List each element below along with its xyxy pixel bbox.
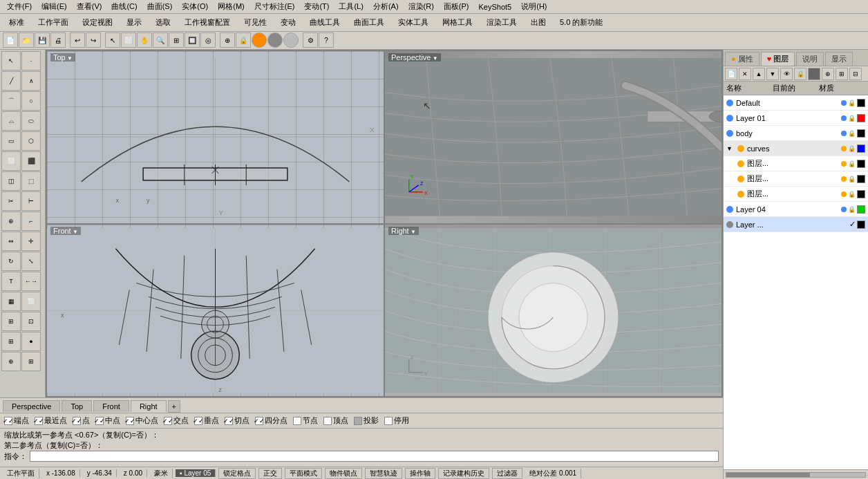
tb-display[interactable]: 显示 — [120, 16, 148, 29]
rp-delete-layer-btn[interactable]: ✕ — [739, 68, 751, 80]
layer-row-curves[interactable]: ▼ curves 🔒 — [724, 141, 868, 156]
loft-tool[interactable]: ◫ — [1, 171, 21, 191]
snap-point[interactable]: ✓ 点 — [73, 415, 90, 426]
layer-row-sublayer1[interactable]: 图层... 🔒 — [724, 156, 868, 171]
record-tool[interactable]: ● — [21, 332, 41, 351]
layer-row-04[interactable]: Layer 04 🔒 — [724, 202, 868, 217]
ellipse-tool[interactable]: ⬭ — [21, 111, 41, 131]
arrow-tool[interactable]: ↖ — [1, 51, 21, 71]
print-icon[interactable]: 🖨 — [50, 32, 66, 48]
command-input[interactable] — [30, 451, 719, 462]
grid-snap-tool[interactable]: ⊕ — [1, 352, 21, 371]
snap-intersect-checkbox[interactable]: ✓ — [164, 417, 172, 425]
layer-color-sub3[interactable] — [857, 190, 865, 198]
rp-new-layer-btn[interactable]: 📄 — [725, 68, 737, 80]
tb-mesh-tools[interactable]: 网格工具 — [436, 16, 479, 29]
rp-tab-layers[interactable]: ♥ 图层 — [761, 52, 795, 66]
mirror-tool[interactable]: ⇔ — [1, 232, 21, 251]
layer-row-sublayer3[interactable]: 图层... 🔒 — [724, 187, 868, 202]
text-tool[interactable]: T — [1, 272, 21, 291]
save-icon[interactable]: 💾 — [35, 32, 50, 48]
layer-row-sublayer2[interactable]: 图层... 🔒 — [724, 171, 868, 187]
viewport-right[interactable]: Y Z Right — [384, 224, 722, 397]
sb-planar[interactable]: 平面模式 — [285, 468, 322, 479]
snap-project[interactable]: 投影 — [354, 415, 379, 426]
snap-knot-checkbox[interactable] — [293, 417, 301, 425]
vp-tab-right[interactable]: Right — [131, 400, 167, 412]
select-icon[interactable]: ↖ — [105, 32, 120, 48]
rp-color-btn[interactable] — [808, 68, 820, 80]
menu-help[interactable]: 说明(H) — [517, 1, 551, 12]
menu-tools[interactable]: 工具(L) — [334, 1, 367, 12]
vp-perspective-label[interactable]: Perspective — [388, 53, 441, 62]
snap-vertex-checkbox[interactable] — [323, 417, 332, 425]
zoom-window-icon[interactable]: 🔲 — [185, 32, 200, 48]
tb-setview[interactable]: 设定视图 — [76, 16, 119, 29]
dim-tool[interactable]: ←→ — [21, 272, 41, 291]
settings-icon[interactable]: ⚙ — [303, 32, 318, 48]
menu-analysis[interactable]: 分析(A) — [369, 1, 403, 12]
point-tool[interactable]: · — [21, 51, 41, 71]
snap-nearest[interactable]: ✓ 最近点 — [35, 415, 67, 426]
open-icon[interactable]: 📁 — [19, 32, 34, 48]
rp-tab-display[interactable]: 显示 — [825, 52, 853, 66]
split-tool[interactable]: ⊢ — [21, 191, 41, 211]
tb-new-features[interactable]: 5.0 的新功能 — [554, 16, 609, 29]
vp-tab-front[interactable]: Front — [93, 400, 129, 412]
menu-view[interactable]: 查看(V) — [73, 1, 106, 12]
viewport-top[interactable]: X Y — [46, 50, 384, 224]
snap-quad-checkbox[interactable]: ✓ — [255, 417, 263, 425]
viewport-perspective[interactable]: ↖ X Y Z — [384, 50, 722, 224]
rp-tab-properties[interactable]: ● 属性 — [725, 52, 760, 66]
zoom-icon[interactable]: 🔍 — [153, 32, 168, 48]
snap-knot[interactable]: 节点 — [293, 415, 318, 426]
layer-row-default[interactable]: Default 🔒 — [724, 95, 868, 111]
gumball-tool[interactable]: ⊞ — [1, 332, 21, 351]
vp-tab-add-button[interactable]: + — [168, 400, 180, 413]
layer-expand-curves[interactable]: ▼ — [726, 145, 735, 152]
layer-color-01[interactable] — [857, 114, 865, 122]
layer-row-active[interactable]: Layer ... ✓ — [724, 217, 868, 232]
arc-tool[interactable]: ⌓ — [1, 111, 21, 131]
right-panel-scroll-track[interactable] — [726, 472, 866, 478]
snap-disable-checkbox[interactable] — [384, 417, 393, 425]
trim-tool[interactable]: ✂ — [1, 191, 21, 211]
menu-mesh[interactable]: 网格(M) — [214, 1, 249, 12]
tb-curve-tools[interactable]: 曲线工具 — [303, 16, 346, 29]
sb-smart-track[interactable]: 智慧轨迹 — [365, 468, 402, 479]
window-select-icon[interactable]: ⬜ — [121, 32, 136, 48]
tb-transform[interactable]: 变动 — [274, 16, 302, 29]
rotate-tool[interactable]: ↻ — [1, 252, 21, 271]
extrude-tool[interactable]: ⬚ — [21, 171, 41, 191]
snap-midpoint[interactable]: ✓ 中点 — [95, 415, 120, 426]
snap-tan[interactable]: ✓ 切点 — [225, 415, 249, 426]
sb-filter[interactable]: 过滤器 — [492, 468, 522, 479]
menu-file[interactable]: 文件(F) — [3, 1, 36, 12]
cplane-tool[interactable]: ⊞ — [1, 312, 21, 331]
tb-select[interactable]: 选取 — [149, 16, 177, 29]
menu-edit[interactable]: 编辑(E) — [37, 1, 71, 12]
pan-icon[interactable]: ✋ — [137, 32, 152, 48]
sb-record-history[interactable]: 记录建构历史 — [438, 468, 489, 479]
ortho-tool[interactable]: ⊞ — [21, 352, 41, 371]
layer-color-sub1[interactable] — [857, 160, 865, 168]
rect-tool[interactable]: ▭ — [1, 131, 21, 151]
redo-icon[interactable]: ↪ — [86, 32, 101, 48]
right-panel-scrollbar[interactable] — [724, 469, 868, 479]
cage-tool[interactable]: ⊡ — [21, 312, 41, 331]
rp-eye-btn[interactable]: 👁 — [780, 68, 793, 80]
layer-color-active[interactable] — [857, 220, 865, 229]
snap-endpoint-checkbox[interactable]: ✓ — [4, 417, 12, 425]
curve-tool[interactable]: ⌒ — [1, 91, 21, 111]
snap-project-checkbox[interactable] — [354, 417, 362, 425]
rp-down-btn[interactable]: ▼ — [766, 68, 779, 80]
new-icon[interactable]: 📄 — [3, 32, 18, 48]
zoom-selected-icon[interactable]: ◎ — [200, 32, 216, 48]
snap-point-checkbox[interactable]: ✓ — [73, 417, 81, 425]
rp-up-btn[interactable]: ▲ — [753, 68, 765, 80]
circle-tool[interactable]: ○ — [21, 91, 41, 111]
rp-filter-icon[interactable]: ⊕ — [822, 68, 834, 80]
rp-lock-btn[interactable]: 🔒 — [794, 68, 806, 80]
sb-snap-mode[interactable]: 锁定格点 — [218, 468, 256, 479]
lock-icon[interactable]: 🔒 — [236, 32, 251, 48]
